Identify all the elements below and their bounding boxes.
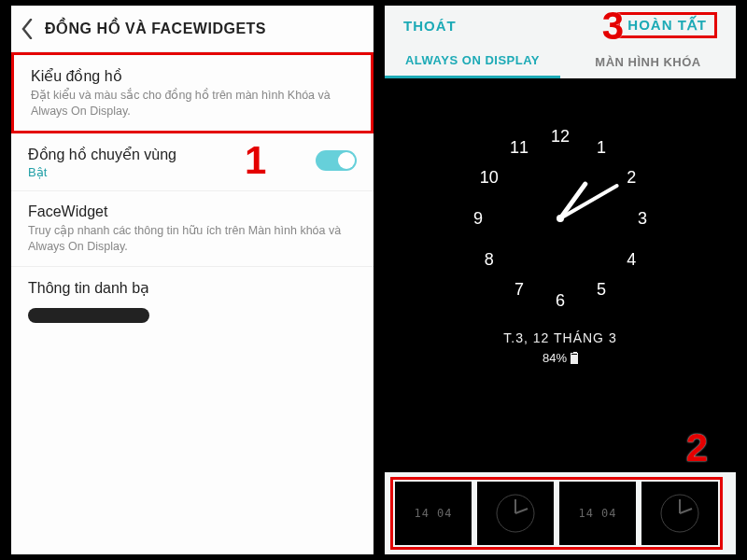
style-thumb-digital-2[interactable]: 14 04	[559, 482, 636, 545]
clock-numeral: 5	[597, 280, 606, 300]
contact-label: Thông tin danh bạ	[28, 279, 357, 297]
clock-style-label: Kiểu đồng hồ	[31, 67, 354, 85]
clock-style-desc: Đặt kiểu và màu sắc cho đồng hồ trên màn…	[31, 88, 354, 119]
header: ĐỒNG HỒ VÀ FACEWIDGETS	[11, 6, 374, 52]
clock-numeral: 3	[638, 209, 647, 229]
style-thumb-digital-1[interactable]: 14 04	[395, 482, 472, 545]
battery-text: 84%	[385, 351, 736, 365]
step-marker-1: 1	[245, 138, 266, 183]
clock-pivot	[557, 215, 564, 222]
svg-line-2	[515, 509, 528, 513]
clock-numeral: 10	[480, 168, 499, 188]
tab-aod[interactable]: ALWAYS ON DISPLAY	[385, 45, 560, 78]
battery-percent: 84%	[543, 351, 567, 365]
clock-numeral: 7	[514, 280, 524, 300]
facewidget-desc: Truy cập nhanh các thông tin hữu ích trê…	[28, 223, 357, 255]
clock-numeral: 11	[510, 137, 529, 157]
action-bar: THOÁT HOÀN TẤT	[385, 6, 736, 45]
clock-style-screen: THOÁT HOÀN TẤT ALWAYS ON DISPLAY MÀN HÌN…	[385, 6, 736, 554]
row-facewidget[interactable]: FaceWidget Truy cập nhanh các thông tin …	[11, 191, 374, 267]
battery-icon	[571, 353, 578, 364]
step-marker-3: 3	[602, 4, 624, 49]
roaming-state: Bật	[28, 165, 357, 179]
clock-numeral: 12	[551, 127, 570, 147]
settings-screen: ĐỒNG HỒ VÀ FACEWIDGETS Kiểu đồng hồ Đặt …	[11, 6, 374, 554]
cancel-button[interactable]: THOÁT	[403, 18, 457, 34]
page-title: ĐỒNG HỒ VÀ FACEWIDGETS	[45, 20, 266, 37]
screenshot-divider	[375, 0, 381, 560]
clock-numeral: 9	[473, 209, 483, 229]
facewidget-label: FaceWidget	[28, 203, 357, 220]
style-thumb-analog-1[interactable]	[477, 482, 554, 545]
clock-numeral: 4	[627, 250, 636, 270]
clock-numeral: 8	[485, 250, 494, 270]
row-clock-style[interactable]: Kiểu đồng hồ Đặt kiểu và màu sắc cho đồn…	[11, 52, 374, 133]
tab-lockscreen[interactable]: MÀN HÌNH KHÓA	[560, 45, 736, 78]
step-marker-2: 2	[686, 426, 708, 470]
back-icon[interactable]	[21, 19, 34, 39]
row-contact-info[interactable]: Thông tin danh bạ	[11, 267, 374, 334]
redacted-bar	[28, 308, 149, 323]
done-button[interactable]: HOÀN TẤT	[617, 12, 717, 38]
roaming-toggle[interactable]	[316, 150, 357, 171]
clock-numeral: 1	[597, 137, 606, 157]
analog-clock: 121234567891011	[467, 125, 654, 312]
clock-preview: 121234567891011 T.3, 12 THÁNG 3 84%	[385, 78, 736, 470]
roaming-label: Đồng hồ chuyển vùng	[28, 146, 357, 163]
tab-bar: ALWAYS ON DISPLAY MÀN HÌNH KHÓA	[385, 45, 736, 78]
row-roaming-clock[interactable]: Đồng hồ chuyển vùng Bật	[11, 133, 374, 191]
style-thumb-analog-2[interactable]	[641, 482, 718, 545]
style-picker-highlight: 14 04 14 04	[390, 477, 723, 550]
clock-numeral: 6	[556, 291, 565, 311]
style-picker: 14 04 14 04	[385, 472, 736, 554]
date-text: T.3, 12 THÁNG 3	[385, 330, 736, 345]
svg-line-5	[680, 509, 692, 513]
clock-numeral: 2	[627, 168, 636, 188]
